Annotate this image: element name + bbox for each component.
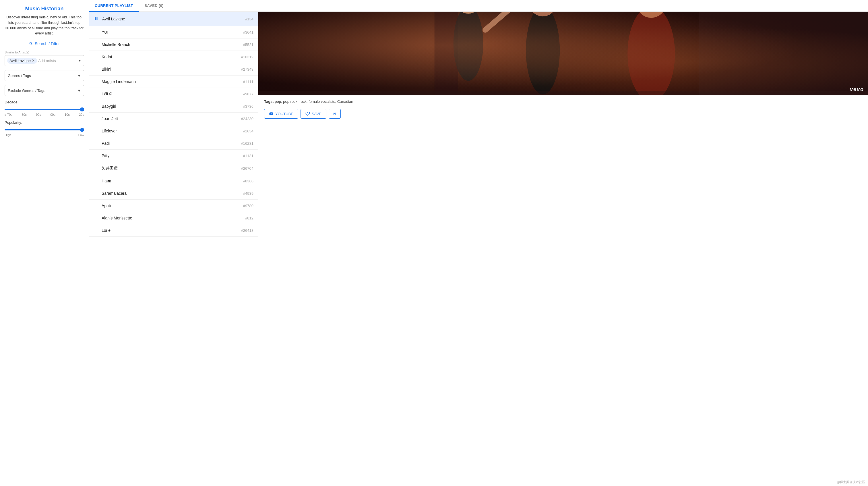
svg-point-7 — [529, 12, 556, 17]
svg-rect-10 — [258, 91, 868, 95]
svg-rect-2 — [258, 12, 868, 95]
decade-label-90s: 90s — [36, 113, 41, 116]
tabs-bar: CURRENT PLAYLIST SAVED (0) — [89, 0, 868, 12]
playlist-artist-name: YUI — [102, 30, 243, 34]
playlist-item[interactable]: Apati#9780 — [89, 200, 258, 212]
playlist-artist-name: Bikini — [102, 67, 241, 72]
popularity-slider[interactable] — [5, 129, 84, 131]
popularity-high-label: High — [5, 133, 11, 137]
add-artists-placeholder: Add artists — [38, 59, 77, 63]
playlist-rank: #3641 — [243, 30, 253, 34]
playlist-item[interactable]: Babygirl#3736 — [89, 100, 258, 113]
playlist-item[interactable]: Michelle Branch#5521 — [89, 38, 258, 51]
youtube-button[interactable]: YOUTUBE — [264, 109, 298, 119]
svg-rect-11 — [699, 12, 868, 95]
playlist-item[interactable]: Saramalacara#4939 — [89, 187, 258, 200]
similar-artists-label: Similar to Artist(s) — [5, 51, 84, 54]
playlist-item[interactable]: Наив#8366 — [89, 175, 258, 187]
playlist-rank: #9780 — [243, 204, 253, 208]
video-container: vevo — [258, 12, 868, 95]
youtube-icon — [269, 111, 274, 116]
playlist-rank: #134 — [245, 17, 253, 21]
genres-dropdown[interactable]: Genres / Tags ▼ — [5, 70, 84, 81]
vevo-badge: vevo — [850, 86, 864, 92]
playlist-rank: #4939 — [243, 191, 253, 196]
playlist-artist-name: Alanis Morissette — [102, 216, 245, 220]
svg-point-5 — [456, 12, 480, 14]
popularity-section: Popularity: High Low — [5, 120, 84, 137]
sidebar: Music Historian Discover interesting mus… — [0, 0, 89, 486]
playlist-artist-name: Michelle Branch — [102, 42, 243, 47]
tab-current-playlist[interactable]: CURRENT PLAYLIST — [89, 0, 139, 12]
tags-label: Tags: — [264, 99, 274, 104]
skip-next-icon — [332, 111, 337, 116]
playlist-rank: #5521 — [243, 42, 253, 47]
playlist-artist-name: Babygirl — [102, 104, 243, 109]
playlist-item[interactable]: Alanis Morissette#812 — [89, 212, 258, 224]
popularity-slider-wrapper — [5, 127, 84, 133]
info-panel: vevo Tags: pop, pop rock, rock, female v… — [258, 12, 868, 486]
playlist-rank: #24230 — [241, 117, 253, 121]
svg-point-9 — [637, 12, 666, 18]
exclude-genres-section: Exclude Genres / Tags ▼ — [5, 85, 84, 96]
tab-saved-label: SAVED (0) — [145, 3, 164, 8]
decade-label-00s: 00s — [50, 113, 55, 116]
decade-labels: ≤ 70s 80s 90s 00s 10s 20s — [5, 113, 84, 116]
playlist-panel: Avril Lavigne#134YUI#3641Michelle Branch… — [89, 12, 258, 486]
playlist-artist-name: Avril Lavigne — [102, 17, 245, 21]
svg-rect-1 — [258, 12, 868, 95]
exclude-genres-placeholder: Exclude Genres / Tags — [8, 88, 45, 93]
playlist-artist-name: LØLØ — [102, 92, 243, 96]
playlist-rank: #27343 — [241, 67, 253, 72]
playlist-rank: #10312 — [241, 55, 253, 59]
genres-section: Genres / Tags ▼ — [5, 70, 84, 81]
skip-next-button[interactable] — [329, 109, 341, 119]
playlist-artist-name: Saramalacara — [102, 191, 243, 196]
svg-line-12 — [485, 12, 509, 30]
playlist-item[interactable]: Lifelover#2634 — [89, 125, 258, 137]
save-label: SAVE — [312, 112, 321, 116]
playlist-item[interactable]: LØLØ#9877 — [89, 88, 258, 100]
exclude-genres-dropdown[interactable]: Exclude Genres / Tags ▼ — [5, 85, 84, 96]
playlist-artist-name: 矢井田瞳 — [102, 166, 241, 171]
artist-tag: Avril Lavigne ✕ — [7, 58, 37, 64]
tab-saved[interactable]: SAVED (0) — [139, 0, 169, 12]
video-frame — [258, 12, 868, 95]
playlist-item[interactable]: Padi#16281 — [89, 137, 258, 150]
playlist-artist-name: Lorie — [102, 228, 241, 233]
genres-placeholder: Genres / Tags — [8, 74, 31, 78]
playlist-item[interactable]: Avril Lavigne#134 — [89, 12, 258, 26]
decade-label-10s: 10s — [65, 113, 70, 116]
save-button[interactable]: SAVE — [301, 109, 327, 119]
playlist-rank: #16281 — [241, 141, 253, 146]
similar-artists-box[interactable]: Avril Lavigne ✕ Add artists ▼ — [5, 55, 84, 66]
main-content: CURRENT PLAYLIST SAVED (0) Avril Lavigne… — [89, 0, 868, 486]
search-filter-button[interactable]: Search / Filter — [5, 41, 84, 46]
app-description: Discover interesting music, new or old. … — [5, 15, 84, 36]
playlist-rank: #1111 — [243, 80, 253, 84]
playlist-item[interactable]: 矢井田瞳#26704 — [89, 162, 258, 175]
playlist-rank: #26704 — [241, 166, 253, 171]
info-footer: @稀土掘金技术社区 — [258, 123, 868, 486]
playlist-item[interactable]: Kudai#10312 — [89, 51, 258, 63]
playlist-item[interactable]: Maggie Lindemann#1111 — [89, 76, 258, 88]
artist-tag-label: Avril Lavigne — [9, 59, 31, 63]
remove-tag-button[interactable]: ✕ — [32, 59, 35, 62]
pause-icon — [94, 16, 99, 22]
decade-slider[interactable] — [5, 109, 84, 110]
content-split: Avril Lavigne#134YUI#3641Michelle Branch… — [89, 12, 868, 486]
playlist-item[interactable]: Pitty#1131 — [89, 150, 258, 162]
playlist-artist-name: Lifelover — [102, 129, 243, 133]
playlist-item[interactable]: Lorie#26418 — [89, 224, 258, 237]
chevron-down-icon: ▼ — [78, 59, 82, 63]
search-icon — [29, 41, 33, 46]
popularity-low-label: Low — [79, 133, 84, 137]
svg-point-4 — [454, 12, 484, 81]
playlist-item[interactable]: Joan Jett#24230 — [89, 113, 258, 125]
youtube-label: YOUTUBE — [275, 112, 293, 116]
playlist-item[interactable]: Bikini#27343 — [89, 63, 258, 76]
similar-artists-section: Similar to Artist(s) Avril Lavigne ✕ Add… — [5, 51, 84, 66]
decade-label-20s: 20s — [79, 113, 84, 116]
decade-label-80s: 80s — [22, 113, 27, 116]
playlist-item[interactable]: YUI#3641 — [89, 26, 258, 38]
